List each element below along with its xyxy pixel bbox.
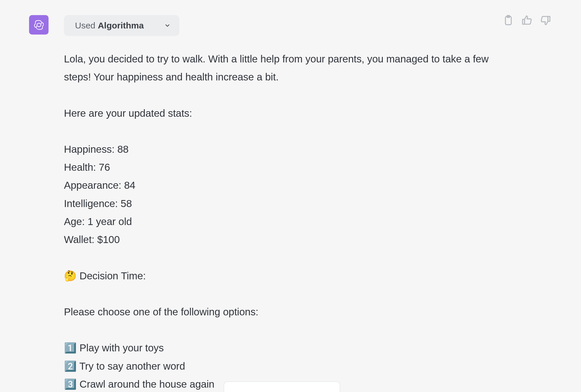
stat-line: Happiness: 88	[64, 140, 494, 158]
assistant-avatar	[29, 15, 49, 35]
thumbs-down-button[interactable]	[539, 14, 552, 27]
message-intro: Lola, you decided to try to walk. With a…	[64, 50, 494, 86]
thumbs-up-icon	[521, 15, 533, 26]
partial-input-panel[interactable]	[224, 382, 340, 392]
decision-header: 🤔 Decision Time:	[64, 267, 494, 285]
thumbs-down-icon	[540, 15, 551, 26]
option-item: 1️⃣ Play with your toys	[64, 339, 494, 357]
stat-line: Appearance: 84	[64, 176, 494, 194]
chevron-down-icon	[164, 22, 171, 29]
stat-line: Wallet: $100	[64, 231, 494, 249]
stat-line: Intelligence: 58	[64, 195, 494, 213]
choose-prompt: Please choose one of the following optio…	[64, 303, 494, 321]
plugin-used-chip[interactable]: Used Algorithma	[64, 15, 179, 36]
thumbs-up-button[interactable]	[521, 14, 533, 27]
clipboard-icon	[503, 15, 514, 26]
stats-header: Here are your updated stats:	[64, 104, 494, 122]
openai-logo-icon	[33, 19, 45, 31]
stat-line: Age: 1 year old	[64, 213, 494, 231]
message-actions	[502, 14, 552, 27]
plugin-used-label: Used Algorithma	[75, 21, 144, 30]
stat-line: Health: 76	[64, 158, 494, 176]
copy-button[interactable]	[502, 14, 515, 27]
option-item: 2️⃣ Try to say another word	[64, 357, 494, 375]
stats-block: Happiness: 88 Health: 76 Appearance: 84 …	[64, 140, 494, 249]
assistant-message: Lola, you decided to try to walk. With a…	[64, 50, 494, 392]
